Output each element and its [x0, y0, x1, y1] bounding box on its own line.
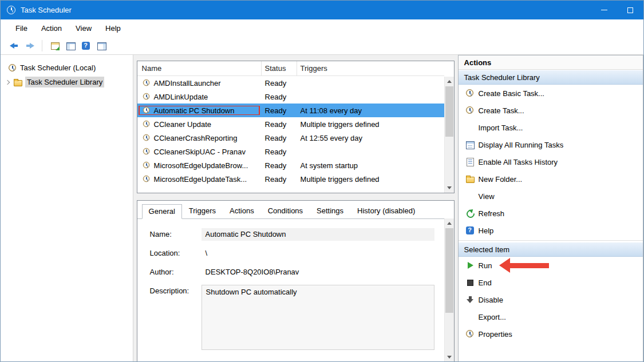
toolbar-separator [42, 40, 42, 51]
show-console-tree-icon [66, 41, 75, 50]
toolbar-button[interactable] [78, 38, 93, 53]
details-tab[interactable]: Conditions [261, 204, 310, 218]
task-row[interactable]: MicrosoftEdgeUpdateTask... Ready Multipl… [137, 172, 444, 186]
task-row[interactable]: AMDInstallLauncher Ready [137, 76, 444, 90]
task-list-header: Name Status Triggers [137, 61, 444, 76]
refresh-icon [465, 209, 475, 218]
action-item[interactable]: Run [459, 257, 643, 274]
security-options-heading: Security options [150, 356, 434, 362]
action-item-label: New Folder... [479, 175, 523, 184]
task-name: MicrosoftEdgeUpdateTask... [154, 175, 247, 184]
action-item[interactable]: Create Task... [459, 102, 643, 119]
task-status: Ready [262, 175, 297, 184]
task-name: AMDInstallLauncher [154, 79, 221, 87]
scroll-down-button[interactable] [445, 352, 454, 362]
task-clock-icon [8, 63, 17, 73]
toolbar-button[interactable] [22, 38, 37, 53]
location-label: Location: [150, 247, 202, 260]
scroll-up-button[interactable] [445, 77, 454, 86]
task-clock-icon [465, 106, 475, 115]
action-item[interactable]: New Folder... [459, 170, 643, 188]
details-tab[interactable]: History (disabled) [350, 204, 422, 218]
task-name-cell: Automatic PC Shutdown [137, 106, 262, 115]
folder-icon [13, 78, 22, 87]
scroll-down-button[interactable] [445, 183, 454, 193]
task-row[interactable]: AMDLinkUpdate Ready [137, 90, 444, 104]
action-item[interactable]: Refresh [459, 205, 643, 222]
column-header-name[interactable]: Name [137, 61, 262, 75]
chevron-right-icon[interactable] [5, 79, 10, 85]
action-item-label: Help [479, 226, 494, 235]
task-name-cell: CCleanerSkipUAC - Pranav [137, 147, 262, 156]
maximize-button[interactable] [617, 1, 643, 19]
task-row[interactable]: Automatic PC Shutdown Ready At 11:08 eve… [137, 104, 444, 117]
action-item-label: Export... [479, 313, 506, 321]
toolbar-button[interactable] [6, 38, 22, 53]
task-status: Ready [262, 134, 297, 142]
column-header-status[interactable]: Status [262, 61, 297, 75]
task-row[interactable]: CCleaner Update Ready Multiple triggers … [137, 117, 444, 131]
toolbar-button[interactable] [62, 38, 78, 53]
description-value: Shutdown PC automatically [202, 285, 434, 350]
details-tab[interactable]: Settings [310, 204, 350, 218]
menu-item[interactable]: Action [34, 21, 69, 35]
section-header-selected-item[interactable]: Selected Item [459, 242, 643, 257]
action-item[interactable]: Help [459, 222, 643, 239]
menu-item[interactable]: Help [98, 21, 128, 35]
toolbar-button[interactable] [47, 38, 62, 53]
section-header-task-scheduler-library[interactable]: Task Scheduler Library [459, 70, 643, 85]
column-header-triggers[interactable]: Triggers [297, 61, 444, 75]
action-item-label: Create Task... [479, 106, 524, 115]
action-item[interactable]: Properties [459, 325, 643, 343]
history-list-icon [465, 157, 475, 166]
export-window-icon [50, 41, 60, 50]
scrollbar-thumb[interactable] [445, 86, 453, 137]
window-list-icon [465, 140, 475, 149]
task-list-scrollbar[interactable] [444, 77, 454, 193]
maximize-icon [627, 7, 633, 13]
task-scheduler-window: Task Scheduler FileActionViewHelp Task S… [0, 0, 644, 362]
action-item[interactable]: View [459, 188, 643, 205]
task-clock-icon [465, 329, 475, 339]
action-item[interactable]: Import Task... [459, 119, 643, 136]
task-name: AMDLinkUpdate [154, 93, 208, 101]
action-item[interactable]: Enable All Tasks History [459, 153, 643, 170]
scroll-up-button[interactable] [445, 218, 454, 228]
details-tab[interactable]: Triggers [182, 204, 223, 218]
task-triggers: Multiple triggers defined [297, 120, 444, 129]
task-row[interactable]: CCleanerSkipUAC - Pranav Ready [137, 145, 444, 158]
task-triggers: At 12:55 every day [297, 134, 444, 142]
menu-item[interactable]: File [9, 21, 34, 35]
details-scrollbar[interactable] [444, 218, 454, 362]
action-item[interactable]: Display All Running Tasks [459, 136, 643, 153]
action-item-label: Run [479, 261, 492, 270]
action-item-label: Create Basic Task... [479, 89, 544, 98]
action-item-label: Enable All Tasks History [479, 158, 558, 166]
task-status: Ready [262, 120, 297, 129]
scrollbar-thumb[interactable] [445, 228, 453, 313]
task-name: MicrosoftEdgeUpdateBrow... [154, 161, 248, 170]
menu-item[interactable]: View [69, 21, 98, 35]
toolbar-button[interactable] [93, 38, 109, 53]
action-item[interactable]: Export... [459, 308, 643, 325]
task-clock-icon [465, 89, 475, 98]
action-item[interactable]: Create Basic Task... [459, 85, 643, 102]
task-clock-icon [143, 79, 151, 87]
task-triggers: At system startup [297, 161, 444, 170]
task-triggers: At 11:08 every day [297, 106, 444, 115]
menu-bar: FileActionViewHelp [1, 19, 643, 37]
tree-item-task-scheduler-local[interactable]: Task Scheduler (Local) [1, 61, 133, 75]
tree-item-task-scheduler-library[interactable]: Task Scheduler Library [1, 75, 133, 89]
actions-pane: Actions Task Scheduler Library Create Ba… [458, 55, 643, 362]
details-tab[interactable]: Actions [223, 204, 261, 218]
task-row[interactable]: MicrosoftEdgeUpdateBrow... Ready At syst… [137, 158, 444, 172]
action-item[interactable]: Disable [459, 291, 643, 308]
details-tab[interactable]: General [142, 204, 182, 219]
action-item[interactable]: End [459, 274, 643, 291]
section-separator [459, 240, 643, 241]
minimize-button[interactable] [591, 1, 617, 19]
task-name: CCleanerSkipUAC - Pranav [154, 148, 246, 156]
task-details-panel: GeneralTriggersActionsConditionsSettings… [137, 200, 455, 362]
task-row[interactable]: CCleanerCrashReporting Ready At 12:55 ev… [137, 131, 444, 145]
play-icon [465, 261, 475, 270]
